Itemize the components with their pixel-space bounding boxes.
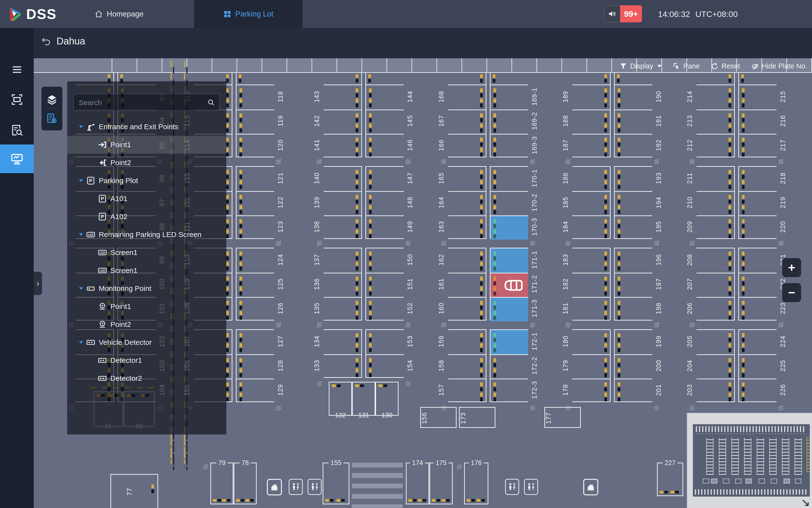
parking-spot-170-1[interactable]: [490, 167, 528, 191]
caret-down-icon[interactable]: [78, 178, 84, 183]
parking-spot-175[interactable]: 175: [429, 463, 453, 504]
parking-spot-122[interactable]: [237, 191, 274, 215]
parking-spot-167[interactable]: [448, 110, 486, 134]
parking-spot-137[interactable]: [324, 248, 361, 273]
parking-spot-162[interactable]: [448, 248, 486, 273]
search-input[interactable]: [78, 94, 205, 111]
parking-spot-139[interactable]: [324, 191, 361, 215]
parking-spot-225[interactable]: [739, 354, 776, 379]
parking-spot-200[interactable]: [615, 354, 652, 379]
tree-item-point1[interactable]: Point1: [67, 297, 226, 315]
parking-spot-138[interactable]: [324, 215, 361, 240]
parking-spot-169-2[interactable]: [490, 110, 528, 134]
tree-group-remaining-parking-led-screen[interactable]: LEDRemaining Parking LED Screen: [67, 225, 226, 244]
parking-spot-183[interactable]: [572, 248, 610, 273]
toolbar-reset-button[interactable]: Reset: [711, 62, 740, 70]
parking-spot-120[interactable]: [237, 134, 274, 158]
parking-spot-181[interactable]: [572, 297, 610, 321]
parking-spot-223[interactable]: [739, 297, 776, 321]
parking-spot-226[interactable]: [739, 379, 776, 403]
restroom-icon[interactable]: [524, 479, 538, 495]
parking-spot-187[interactable]: [572, 134, 610, 158]
parking-spot-158[interactable]: [448, 354, 486, 379]
parking-spot-185[interactable]: [572, 191, 610, 215]
parking-spot-193[interactable]: [615, 167, 652, 191]
parking-spot-227[interactable]: 227: [657, 463, 683, 496]
parking-spot-166[interactable]: [448, 134, 486, 158]
parking-spot-210[interactable]: [697, 191, 734, 215]
restroom-icon[interactable]: [289, 479, 303, 495]
sidebar-item-video-wall[interactable]: [0, 86, 34, 113]
parking-spot-164[interactable]: [448, 191, 486, 215]
parking-spot-134[interactable]: [324, 330, 361, 354]
caret-down-icon[interactable]: [78, 286, 84, 291]
parking-spot-132[interactable]: 132: [329, 382, 352, 416]
parking-spot-205[interactable]: [697, 330, 734, 354]
parking-spot-142[interactable]: [324, 110, 361, 134]
parking-spot-218[interactable]: [739, 167, 776, 191]
zoom-out-button[interactable]: −: [782, 283, 801, 302]
parking-spot-123[interactable]: [237, 215, 274, 240]
parking-spot-165[interactable]: [448, 167, 486, 191]
parking-spot-199[interactable]: [615, 330, 652, 354]
parking-spot-143[interactable]: [324, 85, 361, 110]
building-entrance-icon[interactable]: [583, 479, 598, 495]
parking-spot-152[interactable]: [366, 297, 404, 321]
parking-spot-195[interactable]: [615, 215, 652, 240]
tree-item-screen1[interactable]: LEDScreen1: [67, 244, 226, 261]
caret-down-icon[interactable]: [78, 340, 84, 345]
parking-spot-194[interactable]: [615, 191, 652, 215]
parking-spot-173[interactable]: 173: [459, 407, 495, 428]
parking-spot-128[interactable]: [237, 354, 274, 379]
tree-item-point1[interactable]: Point1: [67, 136, 226, 154]
parking-spot-168[interactable]: [448, 85, 486, 110]
parking-spot-150[interactable]: [366, 248, 404, 273]
parking-spot-153[interactable]: [366, 330, 404, 354]
parking-spot-140[interactable]: [324, 167, 361, 191]
parking-spot-171-3[interactable]: [490, 297, 528, 321]
restroom-icon[interactable]: [505, 479, 519, 495]
tree-group-entrance-and-exit-points[interactable]: Entrance and Exit Points: [67, 118, 226, 136]
parking-spot-149[interactable]: [366, 215, 404, 240]
tree-group-monitoring-point[interactable]: Monitoring Point: [67, 280, 226, 297]
tree-item-detector1[interactable]: Detector1: [67, 351, 226, 369]
parking-spot-161[interactable]: [448, 273, 486, 297]
tree-item-a102[interactable]: PA102: [67, 208, 226, 225]
parking-spot-219[interactable]: [739, 191, 776, 215]
tree-group-parking-plot[interactable]: PParking Plot: [67, 172, 226, 189]
parking-spot-156[interactable]: 156: [420, 407, 457, 428]
parking-spot-160[interactable]: [448, 297, 486, 321]
parking-spot-216[interactable]: [739, 110, 776, 134]
parking-spot-178[interactable]: [572, 379, 610, 403]
tree-item-point2[interactable]: Point2: [67, 154, 226, 172]
search-box[interactable]: [74, 94, 220, 111]
parking-spot-145[interactable]: [366, 110, 404, 134]
tab-parking-lot[interactable]: Parking Lot: [194, 0, 302, 28]
parking-spot-189[interactable]: [572, 85, 610, 110]
parking-spot-121[interactable]: [237, 167, 274, 191]
restroom-icon[interactable]: [307, 479, 322, 495]
parking-spot-146[interactable]: [366, 134, 404, 158]
zoom-in-button[interactable]: +: [782, 258, 801, 277]
parking-spot-126[interactable]: [237, 297, 274, 321]
caret-down-icon[interactable]: [78, 232, 84, 237]
parking-spot-77[interactable]: 77: [110, 474, 158, 508]
parking-spot-201[interactable]: [615, 379, 652, 403]
parking-spot-133[interactable]: [324, 354, 361, 379]
parking-spot-196[interactable]: [615, 248, 652, 273]
parking-spot-135[interactable]: [324, 297, 361, 321]
parking-spot-197[interactable]: [615, 273, 652, 297]
parking-spot-79[interactable]: 79: [210, 463, 233, 504]
parking-spot-147[interactable]: [366, 167, 404, 191]
parking-spot-191[interactable]: [615, 110, 652, 134]
parking-spot-155[interactable]: 155: [323, 463, 349, 504]
parking-spot-130[interactable]: 130: [375, 382, 398, 416]
parking-spot-207[interactable]: [697, 273, 734, 297]
caret-down-icon[interactable]: [78, 124, 84, 129]
parking-spot-151[interactable]: [366, 273, 404, 297]
tree-item-point2[interactable]: Point2: [67, 315, 226, 333]
parking-spot-192[interactable]: [615, 134, 652, 158]
back-icon[interactable]: [41, 37, 51, 47]
parking-spot-198[interactable]: [615, 297, 652, 321]
parking-spot-171-2[interactable]: [490, 273, 528, 297]
